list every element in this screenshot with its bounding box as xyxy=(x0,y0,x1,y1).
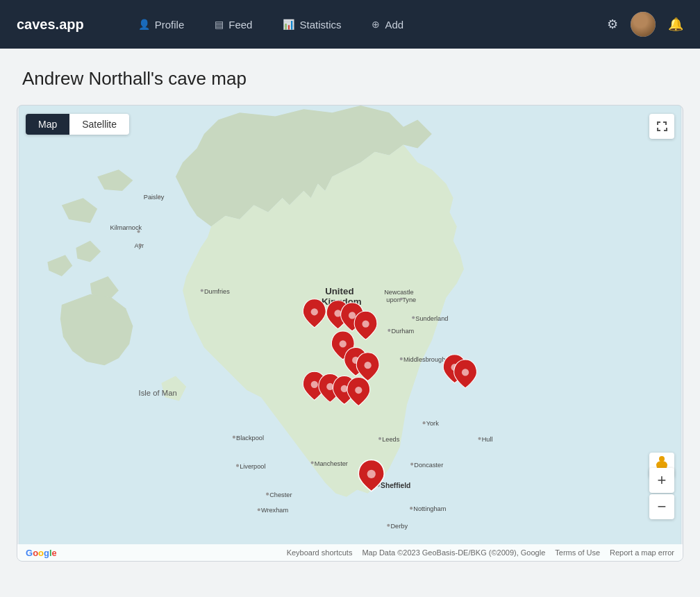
svg-point-24 xyxy=(233,436,235,439)
map-footer-left: Google xyxy=(26,547,56,558)
keyboard-shortcuts-link[interactable]: Keyboard shortcuts xyxy=(287,548,353,557)
notifications-button[interactable]: 🔔 xyxy=(668,17,683,32)
map-type-satellite-button[interactable]: Satellite xyxy=(69,114,129,135)
zoom-in-button[interactable]: + xyxy=(649,468,674,493)
svg-text:Hull: Hull xyxy=(482,436,493,443)
navbar-right: ⚙ 🔔 xyxy=(607,12,683,37)
svg-text:Newcastle: Newcastle xyxy=(384,289,414,296)
svg-point-40 xyxy=(387,524,390,527)
svg-text:Middlesbrough: Middlesbrough xyxy=(403,356,445,363)
svg-point-50 xyxy=(334,310,341,317)
map-footer-right: Keyboard shortcuts Map Data ©2023 GeoBas… xyxy=(287,548,674,557)
svg-text:York: York xyxy=(426,420,439,427)
svg-text:Durham: Durham xyxy=(391,328,414,335)
svg-point-20 xyxy=(378,437,381,440)
profile-icon: 👤 xyxy=(138,19,150,30)
svg-point-48 xyxy=(158,195,160,198)
svg-point-26 xyxy=(236,464,239,467)
zoom-out-button[interactable]: − xyxy=(649,494,674,519)
svg-point-22 xyxy=(478,437,481,440)
svg-point-46 xyxy=(138,230,140,233)
nav-links: 👤 Profile ▤ Feed 📊 Statistics ⊕ Add xyxy=(126,13,607,36)
svg-point-59 xyxy=(355,387,362,394)
report-map-error-link[interactable]: Report a map error xyxy=(610,548,674,557)
svg-point-49 xyxy=(311,308,318,315)
navbar: caves.app 👤 Profile ▤ Feed 📊 Statistics … xyxy=(0,0,700,49)
google-logo-icon: Google xyxy=(26,547,56,558)
svg-point-36 xyxy=(258,508,260,511)
avatar[interactable] xyxy=(631,12,656,37)
settings-button[interactable]: ⚙ xyxy=(607,17,618,32)
nav-statistics[interactable]: 📊 Statistics xyxy=(270,13,353,36)
svg-point-53 xyxy=(340,340,347,347)
fullscreen-button[interactable] xyxy=(649,114,674,139)
svg-text:Manchester: Manchester xyxy=(315,460,348,467)
add-icon: ⊕ xyxy=(372,19,380,30)
svg-point-34 xyxy=(266,493,269,496)
map-data-text: Map Data ©2023 GeoBasis-DE/BKG (©2009), … xyxy=(362,548,545,557)
svg-text:Google: Google xyxy=(26,548,56,558)
svg-text:Sheffield: Sheffield xyxy=(381,482,410,489)
svg-text:Chester: Chester xyxy=(269,491,292,498)
svg-text:Liverpool: Liverpool xyxy=(240,463,265,470)
svg-text:Leeds: Leeds xyxy=(382,436,400,443)
svg-text:Doncaster: Doncaster xyxy=(414,462,443,469)
svg-point-18 xyxy=(423,421,426,424)
map-svg: United Kingdom Isle of Man Newcastle upo… xyxy=(17,106,683,561)
map-container: Map Satellite + − xyxy=(17,105,683,562)
map-type-map-button[interactable]: Map xyxy=(26,114,69,135)
svg-point-58 xyxy=(341,385,348,392)
svg-point-16 xyxy=(400,358,403,360)
svg-text:Wrexham: Wrexham xyxy=(261,507,289,514)
map-zoom-controls: + − xyxy=(649,468,674,519)
page-title: Andrew Northall's cave map xyxy=(22,68,678,90)
svg-point-28 xyxy=(311,462,314,464)
terms-of-use-link[interactable]: Terms of Use xyxy=(555,548,600,557)
svg-text:Kilmarnock: Kilmarnock xyxy=(110,224,142,231)
svg-point-61 xyxy=(462,369,469,376)
statistics-icon: 📊 xyxy=(283,19,294,30)
nav-add[interactable]: ⊕ Add xyxy=(359,13,416,36)
nav-profile[interactable]: 👤 Profile xyxy=(126,13,197,36)
svg-point-0 xyxy=(659,456,665,462)
svg-point-56 xyxy=(311,381,318,388)
map-footer: Google Keyboard shortcuts Map Data ©2023… xyxy=(17,544,683,561)
svg-text:Isle of Man: Isle of Man xyxy=(139,389,177,397)
page-header: Andrew Northall's cave map xyxy=(0,49,700,105)
svg-point-55 xyxy=(365,362,372,369)
brand-logo[interactable]: caves.app xyxy=(17,17,84,33)
svg-point-44 xyxy=(139,244,142,246)
svg-point-38 xyxy=(410,507,412,510)
svg-text:Blackpool: Blackpool xyxy=(236,435,264,442)
svg-text:Paisley: Paisley xyxy=(144,194,165,201)
svg-point-14 xyxy=(388,329,390,332)
map-type-toggle: Map Satellite xyxy=(26,114,129,135)
svg-point-52 xyxy=(362,321,369,328)
svg-text:United: United xyxy=(325,286,353,296)
svg-point-51 xyxy=(349,312,356,319)
feed-icon: ▤ xyxy=(215,19,224,30)
svg-text:Nottingham: Nottingham xyxy=(413,505,446,512)
svg-point-30 xyxy=(410,463,413,466)
svg-text:Dumfries: Dumfries xyxy=(204,288,230,295)
svg-point-57 xyxy=(326,383,333,390)
avatar-image xyxy=(631,12,656,37)
svg-point-42 xyxy=(201,289,203,292)
svg-point-12 xyxy=(412,316,415,319)
nav-feed[interactable]: ▤ Feed xyxy=(202,13,265,36)
svg-point-10 xyxy=(400,298,403,301)
svg-text:Derby: Derby xyxy=(390,523,408,530)
svg-point-62 xyxy=(367,470,376,478)
fullscreen-icon xyxy=(656,120,668,133)
svg-text:Sunderland: Sunderland xyxy=(415,315,448,322)
